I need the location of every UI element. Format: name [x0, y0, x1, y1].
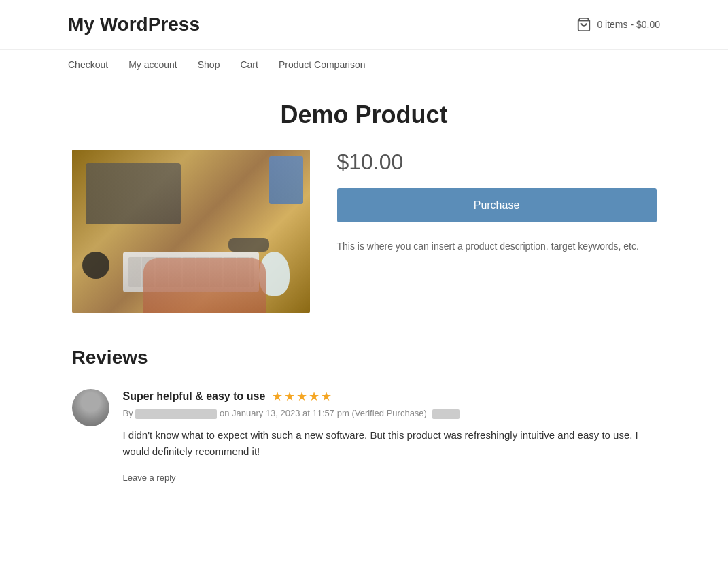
- star-5: ★: [321, 389, 332, 404]
- cup-decoration: [82, 252, 109, 279]
- nav-cart[interactable]: Cart: [240, 59, 258, 70]
- star-1: ★: [272, 389, 283, 404]
- nav-my-account[interactable]: My account: [128, 59, 177, 70]
- product-section: $10.00 Purchase This is where you can in…: [72, 150, 657, 313]
- nav-product-comparison[interactable]: Product Comparison: [279, 59, 366, 70]
- reviewer-name: [135, 409, 217, 419]
- nav-checkout[interactable]: Checkout: [68, 59, 108, 70]
- cart-widget[interactable]: 0 items - $0.00: [576, 17, 660, 32]
- product-image: [72, 150, 310, 313]
- review-card: Super helpful & easy to use ★ ★ ★ ★ ★ By…: [72, 389, 657, 484]
- reviewer-avatar: [72, 389, 109, 426]
- verified-label: (Verified Purchase): [351, 408, 427, 418]
- review-title: Super helpful & easy to use: [123, 390, 266, 403]
- star-2: ★: [284, 389, 295, 404]
- by-label: By: [123, 408, 133, 418]
- site-nav: Checkout My account Shop Cart Product Co…: [0, 50, 728, 80]
- folder-decoration: [269, 156, 303, 204]
- site-title: My WordPress: [68, 14, 200, 35]
- product-image-bg: [72, 150, 310, 313]
- hands-decoration: [143, 258, 266, 313]
- cart-icon: [576, 17, 591, 32]
- cart-label: 0 items - $0.00: [597, 19, 660, 30]
- reviews-section: Reviews Super helpful & easy to use ★ ★ …: [72, 347, 657, 484]
- product-details: $10.00 Purchase This is where you can in…: [337, 150, 657, 313]
- site-header: My WordPress 0 items - $0.00: [0, 0, 728, 50]
- avatar-shape: [72, 389, 109, 426]
- product-image-wrap: [72, 150, 310, 313]
- laptop-decoration: [86, 163, 181, 224]
- main-content: Demo Product $10.00 Purchase This is whe…: [58, 80, 670, 524]
- reviews-title: Reviews: [72, 347, 657, 369]
- star-4: ★: [309, 389, 319, 404]
- product-description: This is where you can insert a product d…: [337, 239, 657, 254]
- product-price: $10.00: [337, 150, 657, 175]
- on-label: on: [220, 408, 229, 418]
- review-content: Super helpful & easy to use ★ ★ ★ ★ ★ By…: [123, 389, 657, 484]
- nav-shop[interactable]: Shop: [198, 59, 220, 70]
- purchase-button[interactable]: Purchase: [337, 188, 657, 222]
- verified-blur: [432, 409, 460, 419]
- leave-reply-link[interactable]: Leave a reply: [123, 473, 176, 483]
- review-date: January 13, 2023 at 11:57 pm: [232, 408, 349, 418]
- review-stars: ★ ★ ★ ★ ★: [272, 389, 332, 404]
- star-3: ★: [296, 389, 307, 404]
- review-meta: By on January 13, 2023 at 11:57 pm (Veri…: [123, 408, 657, 419]
- review-header: Super helpful & easy to use ★ ★ ★ ★ ★: [123, 389, 657, 404]
- glasses-decoration: [228, 238, 269, 252]
- review-text: I didn't know what to expect with such a…: [123, 427, 657, 461]
- product-title: Demo Product: [72, 101, 657, 129]
